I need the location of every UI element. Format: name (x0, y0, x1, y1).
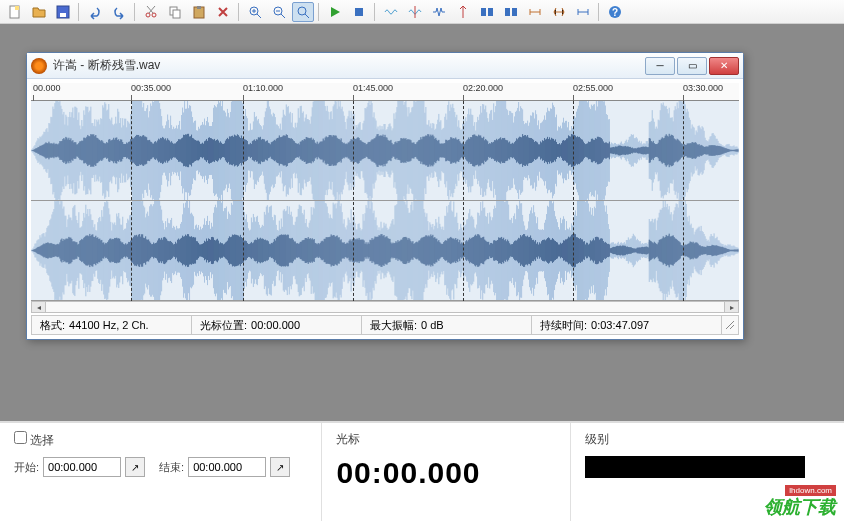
bottom-panel: 选择 开始: ↗ 结束: ↗ 光标 00:00.000 级别 (0, 421, 844, 521)
svg-rect-13 (355, 8, 363, 16)
grid-line-icon (353, 101, 354, 301)
time-ruler[interactable]: 00.000 00:35.000 01:10.000 01:45.000 02:… (31, 83, 739, 101)
scroll-left-button[interactable]: ◂ (32, 302, 46, 312)
separator-icon (238, 3, 240, 21)
workspace: 许嵩 - 断桥残雪.wav ─ ▭ ✕ 00.000 00:35.000 01:… (0, 24, 844, 421)
grid-line-icon (573, 101, 574, 301)
start-pick-button[interactable]: ↗ (125, 457, 145, 477)
cursor-display: 00:00.000 (336, 456, 556, 490)
svg-text:?: ? (612, 7, 618, 18)
level-meter (585, 456, 805, 478)
ruler-tick: 02:55.000 (573, 83, 613, 93)
document-title: 许嵩 - 断桥残雪.wav (53, 57, 645, 74)
end-label: 结束: (159, 460, 184, 475)
save-file-button[interactable] (52, 2, 74, 22)
effect1-button[interactable] (380, 2, 402, 22)
waveform-right-icon (31, 201, 739, 300)
close-button[interactable]: ✕ (709, 57, 739, 75)
open-file-button[interactable] (28, 2, 50, 22)
effect2-button[interactable] (404, 2, 426, 22)
marker-button[interactable] (452, 2, 474, 22)
select-checkbox[interactable] (14, 431, 27, 444)
separator-icon (318, 3, 320, 21)
ruler-tick: 01:45.000 (353, 83, 393, 93)
start-label: 开始: (14, 460, 39, 475)
region3-button[interactable] (572, 2, 594, 22)
ruler-tick: 03:30.000 (683, 83, 723, 93)
end-pick-button[interactable]: ↗ (270, 457, 290, 477)
delete-button[interactable] (212, 2, 234, 22)
resize-grip-icon[interactable] (722, 316, 738, 334)
zoom-out-button[interactable] (268, 2, 290, 22)
redo-button[interactable] (108, 2, 130, 22)
effect3-button[interactable] (428, 2, 450, 22)
region2-button[interactable] (548, 2, 570, 22)
app-icon (31, 58, 47, 74)
help-button[interactable]: ? (604, 2, 626, 22)
svg-point-5 (152, 13, 156, 17)
amplitude-value: 0 dB (421, 319, 444, 331)
new-file-button[interactable] (4, 2, 26, 22)
svg-point-4 (146, 13, 150, 17)
zoom-in-button[interactable] (244, 2, 266, 22)
fade-in-button[interactable] (476, 2, 498, 22)
minimize-button[interactable]: ─ (645, 57, 675, 75)
channel-left[interactable] (31, 101, 739, 201)
status-bar: 格式: 44100 Hz, 2 Ch. 光标位置: 00:00.000 最大振幅… (31, 315, 739, 335)
duration-label: 持续时间: (540, 318, 587, 333)
format-value: 44100 Hz, 2 Ch. (69, 319, 149, 331)
main-toolbar: ? (0, 0, 844, 24)
fade-out-button[interactable] (500, 2, 522, 22)
svg-rect-17 (512, 8, 517, 16)
level-heading: 级别 (585, 431, 830, 448)
watermark-url: lhdown.com (785, 485, 836, 496)
grid-line-icon (463, 101, 464, 301)
maximize-button[interactable]: ▭ (677, 57, 707, 75)
svg-point-12 (298, 7, 306, 15)
waveform-left-icon (31, 101, 739, 200)
channel-right[interactable] (31, 201, 739, 301)
watermark: lhdown.com 领航下载 (764, 495, 836, 519)
stop-button[interactable] (348, 2, 370, 22)
scroll-right-button[interactable]: ▸ (724, 302, 738, 312)
scroll-track[interactable] (46, 302, 724, 312)
select-heading: 选择 (14, 431, 307, 449)
grid-line-icon (243, 101, 244, 301)
zoom-selection-button[interactable] (292, 2, 314, 22)
svg-rect-9 (197, 6, 201, 9)
grid-line-icon (683, 101, 684, 301)
duration-value: 0:03:47.097 (591, 319, 649, 331)
cut-button[interactable] (140, 2, 162, 22)
document-window: 许嵩 - 断桥残雪.wav ─ ▭ ✕ 00.000 00:35.000 01:… (26, 52, 744, 340)
svg-rect-16 (505, 8, 510, 16)
svg-rect-1 (15, 6, 19, 10)
copy-button[interactable] (164, 2, 186, 22)
separator-icon (598, 3, 600, 21)
grid-line-icon (131, 101, 132, 301)
amplitude-label: 最大振幅: (370, 318, 417, 333)
paste-button[interactable] (188, 2, 210, 22)
watermark-text: 领航下载 (764, 497, 836, 517)
cursor-heading: 光标 (336, 431, 556, 448)
ruler-tick: 00:35.000 (131, 83, 171, 93)
separator-icon (374, 3, 376, 21)
separator-icon (134, 3, 136, 21)
ruler-tick: 02:20.000 (463, 83, 503, 93)
svg-rect-7 (173, 10, 180, 18)
separator-icon (78, 3, 80, 21)
ruler-tick: 01:10.000 (243, 83, 283, 93)
ruler-tick: 00.000 (33, 83, 61, 93)
cursor-pos-label: 光标位置: (200, 318, 247, 333)
svg-rect-15 (488, 8, 493, 16)
format-label: 格式: (40, 318, 65, 333)
region1-button[interactable] (524, 2, 546, 22)
horizontal-scrollbar[interactable]: ◂ ▸ (31, 301, 739, 313)
play-button[interactable] (324, 2, 346, 22)
svg-rect-14 (481, 8, 486, 16)
document-titlebar[interactable]: 许嵩 - 断桥残雪.wav ─ ▭ ✕ (27, 53, 743, 79)
start-input[interactable] (43, 457, 121, 477)
undo-button[interactable] (84, 2, 106, 22)
waveform-area[interactable] (31, 101, 739, 301)
end-input[interactable] (188, 457, 266, 477)
svg-rect-3 (60, 13, 66, 17)
